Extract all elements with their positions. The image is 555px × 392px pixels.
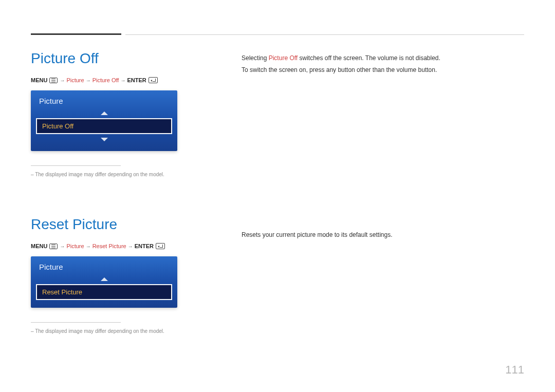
osd-selected-item: Reset Picture (36, 284, 172, 300)
footnote-rule (31, 165, 121, 166)
path-step-picture-off: Picture Off (92, 77, 119, 83)
footnote-text: The displayed image may differ depending… (31, 171, 180, 178)
section-picture-off-left: Picture Off MENU → Picture → Picture Off… (31, 50, 180, 178)
description-reset-picture: Resets your current picture mode to its … (242, 229, 524, 241)
chevron-up-icon (36, 108, 172, 118)
enter-label: ENTER (127, 77, 146, 83)
path-step-picture: Picture (66, 243, 84, 249)
arrow-icon: → (86, 78, 91, 83)
menu-label: MENU (31, 77, 47, 83)
footnote-rule (31, 322, 121, 323)
rule-thick (31, 33, 121, 35)
arrow-icon: → (60, 244, 65, 249)
right-column: Selecting Picture Off switches off the s… (242, 50, 524, 335)
arrow-icon: → (86, 244, 91, 249)
osd-panel-reset-picture: Picture Reset Picture (31, 256, 177, 308)
osd-panel-picture-off: Picture Picture Off (31, 90, 177, 151)
arrow-icon: → (128, 244, 133, 249)
arrow-icon: → (120, 78, 125, 83)
osd-title: Picture (36, 97, 172, 108)
arrow-icon: → (60, 78, 65, 83)
chevron-up-icon (36, 274, 172, 284)
section-title-picture-off: Picture Off (31, 50, 180, 67)
desc-text: Selecting (242, 54, 269, 62)
chevron-down-icon (36, 135, 172, 144)
section-title-reset-picture: Reset Picture (31, 216, 180, 233)
section-reset-picture-left: Reset Picture MENU → Picture → Reset Pic… (31, 216, 180, 335)
content-wrapper: Picture Off MENU → Picture → Picture Off… (31, 50, 524, 335)
enter-icon (149, 77, 158, 83)
desc-text: To switch the screen on, press any butto… (242, 66, 437, 73)
menu-icon (49, 78, 58, 83)
page-top-rule (31, 33, 524, 35)
osd-selected-item: Picture Off (36, 118, 172, 134)
page-number: 111 (505, 363, 524, 377)
menu-label: MENU (31, 243, 47, 249)
osd-title: Picture (36, 263, 172, 274)
menu-path-picture-off: MENU → Picture → Picture Off → ENTER (31, 77, 180, 83)
path-step-picture: Picture (66, 77, 84, 83)
menu-icon (49, 244, 58, 249)
desc-accent: Picture Off (269, 54, 298, 62)
footnote-text: The displayed image may differ depending… (31, 328, 180, 335)
path-step-reset-picture: Reset Picture (92, 243, 126, 249)
description-picture-off: Selecting Picture Off switches off the s… (242, 52, 524, 76)
enter-label: ENTER (135, 243, 154, 249)
left-column: Picture Off MENU → Picture → Picture Off… (31, 50, 180, 335)
menu-path-reset-picture: MENU → Picture → Reset Picture → ENTER (31, 243, 180, 249)
desc-text: switches off the screen. The volume is n… (298, 54, 440, 62)
desc-text: Resets your current picture mode to its … (242, 231, 392, 238)
enter-icon (156, 243, 165, 249)
rule-thin (125, 34, 524, 35)
